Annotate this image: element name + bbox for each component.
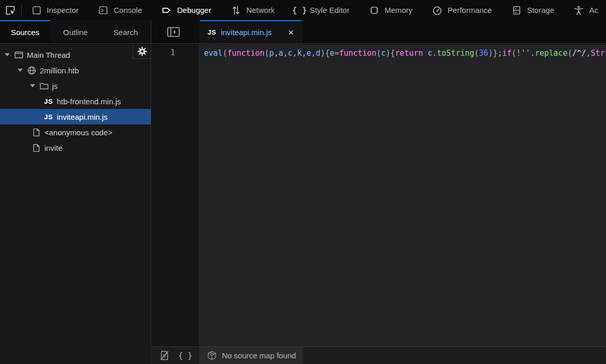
tab-label: Performance	[448, 6, 492, 14]
code-token: )};	[488, 49, 502, 58]
code-token: (	[222, 49, 227, 58]
tab-outline[interactable]: Outline	[50, 20, 100, 43]
code-token: (	[474, 49, 479, 58]
pick-element-button[interactable]	[0, 0, 21, 20]
code-token: e	[330, 49, 334, 58]
code-token: function	[339, 49, 376, 58]
tree-item-htb-frontend[interactable]: JS htb-frontend.min.js	[0, 93, 151, 109]
tree-item-anonymous-code[interactable]: <anonymous code>	[0, 124, 151, 140]
source-map-status-text: No source map found	[222, 351, 296, 360]
sources-settings-button[interactable]	[133, 44, 151, 59]
tree-item-label: Main Thread	[27, 51, 70, 59]
tree-item-2million-htb[interactable]: 2million.htb	[0, 62, 151, 78]
code-token: replace	[535, 49, 567, 58]
gear-icon	[137, 46, 148, 57]
js-file-icon: JS	[43, 98, 54, 105]
debugger-icon	[161, 4, 173, 17]
code-token: (!	[512, 49, 521, 58]
editor-gutter[interactable]	[152, 44, 199, 346]
line-number: 1	[152, 48, 175, 57]
secondary-toolbar: Sources Outline Search JS inviteapi.min.…	[0, 20, 606, 44]
globe-icon	[26, 66, 37, 75]
code-token: ,	[283, 49, 288, 58]
tab-label: Ac	[589, 6, 598, 14]
expand-arrow-icon[interactable]	[17, 69, 23, 72]
code-token: if	[502, 49, 512, 58]
tab-label: Storage	[527, 6, 554, 14]
tab-style-editor[interactable]: { } Style Editor	[285, 0, 357, 20]
sources-panel-tabs: Sources Outline Search	[0, 20, 151, 43]
tab-accessibility[interactable]: Ac	[565, 0, 606, 20]
tab-search[interactable]: Search	[101, 20, 151, 43]
sources-tree-panel: Main Thread 2million.htb js	[0, 44, 151, 364]
tab-sources[interactable]: Sources	[0, 20, 50, 43]
close-icon[interactable]: ×	[288, 28, 294, 37]
code-token: function	[227, 49, 264, 58]
tab-performance[interactable]: Performance	[423, 0, 500, 20]
tree-item-label: htb-frontend.min.js	[57, 97, 121, 106]
tab-label: Debugger	[177, 6, 211, 14]
expand-arrow-icon[interactable]	[4, 53, 10, 56]
code-token: e	[307, 49, 311, 58]
code-token: ,	[293, 49, 297, 58]
editor-footer-bar: { } No source map found	[152, 346, 606, 364]
code-token: =	[334, 49, 339, 58]
file-icon	[31, 128, 41, 137]
folder-icon	[39, 81, 49, 91]
blackbox-source-button[interactable]	[158, 350, 170, 361]
tree-item-label: invite	[44, 144, 62, 152]
code-token: ,	[586, 49, 591, 58]
style-editor-icon: { }	[293, 4, 306, 17]
code-token: c	[381, 49, 386, 58]
tab-label: Search	[114, 28, 138, 37]
code-token: Str	[591, 49, 605, 58]
pretty-print-icon: { }	[178, 351, 192, 360]
source-tab-label: inviteapi.min.js	[221, 28, 272, 37]
tree-item-invite[interactable]: invite	[0, 140, 151, 155]
inspector-icon	[30, 4, 43, 17]
code-token: 36	[479, 49, 488, 58]
tree-item-main-thread[interactable]: Main Thread	[0, 47, 151, 62]
tab-debugger[interactable]: Debugger	[153, 0, 219, 20]
window-icon	[13, 50, 24, 60]
code-token: (	[376, 49, 381, 58]
tab-storage[interactable]: Storage	[503, 0, 562, 20]
code-token: ,	[274, 49, 278, 58]
tab-label: Inspector	[47, 6, 79, 14]
code-token	[423, 49, 427, 58]
tab-network[interactable]: Network	[222, 0, 282, 20]
source-editor[interactable]: 1 eval(function(p,a,c,k,e,d){e=function(…	[152, 44, 606, 346]
code-token: return	[395, 49, 423, 58]
collapse-sidebar-button[interactable]	[167, 20, 180, 43]
code-token: c	[428, 49, 433, 58]
tree-item-js-folder[interactable]: js	[0, 78, 151, 93]
tab-inspector[interactable]: Inspector	[23, 0, 87, 20]
tree-item-inviteapi[interactable]: JS inviteapi.min.js	[0, 109, 151, 124]
tab-label: Style Editor	[310, 6, 349, 14]
code-token: a	[279, 49, 283, 58]
storage-icon	[511, 4, 523, 17]
source-map-status: No source map found	[199, 347, 303, 364]
tab-label: Network	[246, 6, 275, 14]
code-token: ,	[302, 49, 307, 58]
pick-element-icon	[4, 4, 17, 17]
tree-item-label: inviteapi.min.js	[57, 113, 107, 121]
network-icon	[230, 4, 242, 17]
code-token: c	[288, 49, 293, 58]
accessibility-icon	[572, 4, 585, 17]
source-tab-inviteapi[interactable]: JS inviteapi.min.js ×	[200, 20, 301, 43]
tab-console[interactable]: Console	[89, 0, 150, 20]
pretty-print-button[interactable]: { }	[178, 351, 193, 360]
tab-memory[interactable]: Memory	[360, 0, 420, 20]
code-token: .	[433, 49, 437, 58]
code-token: eval	[204, 49, 222, 58]
code-token: /^/	[572, 49, 586, 58]
sources-tree: Main Thread 2million.htb js	[0, 44, 151, 155]
panel-tabs: Inspector Console Debugger	[23, 0, 606, 20]
tab-label: Outline	[63, 28, 88, 37]
expand-arrow-icon[interactable]	[29, 84, 36, 87]
performance-icon	[431, 4, 443, 17]
code-token: toString	[437, 49, 474, 58]
tab-label: Sources	[11, 28, 39, 37]
tab-label: Console	[114, 6, 142, 14]
